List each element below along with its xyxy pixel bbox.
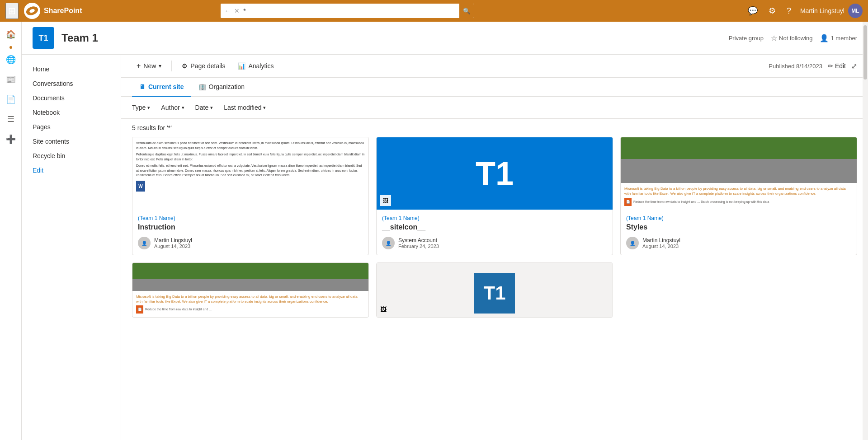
author-filter-button[interactable]: Author ▾ <box>161 102 184 113</box>
sidebar-home-label: Home <box>33 66 49 73</box>
sidebar-recycle-bin-label: Recycle bin <box>33 152 65 159</box>
image-icon-bottom: 🖼 <box>380 306 387 313</box>
sidebar-item-conversations[interactable]: Conversations <box>22 76 121 91</box>
active-indicator <box>9 46 12 49</box>
sidebar-site-contents-label: Site contents <box>33 138 69 145</box>
avatar-initials: ML <box>851 8 859 14</box>
cards-grid: Vestibulum ac diam sed metus porta hendr… <box>121 137 868 328</box>
sidebar-item-home[interactable]: Home <box>22 62 121 76</box>
author-sitelcon-name: System Account <box>398 237 439 243</box>
current-site-label: Current site <box>148 83 184 90</box>
last-modified-filter-button[interactable]: Last modified ▾ <box>224 102 266 113</box>
sidebar-pages-label: Pages <box>33 123 51 131</box>
card-bottom1-preview: Microsoft is taking Big Data to a billio… <box>132 263 368 317</box>
rail-globe-icon[interactable]: 🌐 <box>2 51 20 69</box>
search-input[interactable] <box>243 7 456 14</box>
filters-row: Type ▾ Author ▾ Date ▾ Last modified ▾ <box>121 97 868 119</box>
site-logo: T1 <box>33 27 54 49</box>
doc-line-2: Pellentesque dapibus eget felis ut maxim… <box>136 152 365 162</box>
rail-page-icon[interactable]: 📄 <box>2 90 20 108</box>
sidebar-item-edit[interactable]: Edit <box>22 163 121 178</box>
members-button[interactable]: 👤 1 member <box>820 34 857 42</box>
analytics-button[interactable]: 📊 Analytics <box>233 60 278 72</box>
app-launcher-button[interactable]: ⊞ <box>5 3 19 19</box>
back-icon[interactable]: ← <box>224 7 231 14</box>
sidebar-item-notebook[interactable]: Notebook <box>22 105 121 120</box>
tabs-bar: 🖥 Current site 🏢 Organization <box>121 78 868 97</box>
content-area: + New ▾ ⚙ Page details 📊 Analytics Pub <box>121 55 868 440</box>
nav-right-area: 💬 ⚙ ? Martin Lingstuyl ML <box>746 4 863 18</box>
rail-add-icon[interactable]: ➕ <box>2 130 20 148</box>
sidebar-documents-label: Documents <box>33 94 65 102</box>
card-sitelcon-body: (Team 1 Name) __siteIcon__ 👤 System Acco… <box>377 210 613 255</box>
card-instruction-title: Instruction <box>138 223 363 231</box>
logo-image <box>24 3 40 19</box>
card-instruction-body: (Team 1 Name) Instruction 👤 Martin Lings… <box>132 210 368 255</box>
card-styles[interactable]: Microsoft is taking Big Data to a billio… <box>620 137 857 255</box>
type-filter-button[interactable]: Type ▾ <box>132 102 150 113</box>
card-styles-body: (Team 1 Name) Styles 👤 Martin Lingstuyl … <box>621 210 857 255</box>
star-icon: ☆ <box>771 34 777 42</box>
search-box[interactable]: ← ✕ 🔍 <box>221 4 474 18</box>
word-icon: W <box>136 181 145 192</box>
chat-icon[interactable]: 💬 <box>746 4 760 18</box>
author-instruction-date: August 14, 2023 <box>154 243 192 249</box>
card-sitelcon[interactable]: T1 🖼 (Team 1 Name) __siteIcon__ 👤 System… <box>376 137 613 255</box>
card-styles-site-link[interactable]: (Team 1 Name) <box>626 215 851 221</box>
card-styles-author: 👤 Martin Lingstuyl August 14, 2023 <box>626 237 851 249</box>
sidebar-item-pages[interactable]: Pages <box>22 120 121 134</box>
user-name-label: Martin Lingstuyl <box>800 7 844 14</box>
sidebar-item-documents[interactable]: Documents <box>22 91 121 105</box>
image-icon: 🖼 <box>380 195 391 206</box>
card-instruction-site-link[interactable]: (Team 1 Name) <box>138 215 363 221</box>
following-button[interactable]: ☆ Not following <box>771 34 812 42</box>
person-icon: 👤 <box>820 34 829 42</box>
org-icon: 🏢 <box>198 83 206 90</box>
search-button[interactable]: 🔍 <box>459 4 474 18</box>
author-chevron-icon: ▾ <box>182 105 184 111</box>
author-styles-avatar: 👤 <box>626 237 639 249</box>
date-filter-button[interactable]: Date ▾ <box>195 102 213 113</box>
sidebar-conversations-label: Conversations <box>33 80 73 87</box>
sidebar-item-site-contents[interactable]: Site contents <box>22 134 121 149</box>
author-filter-label: Author <box>161 104 179 111</box>
tab-organization[interactable]: 🏢 Organization <box>191 78 252 97</box>
article-preview-text: Microsoft is taking Big Data to a billio… <box>621 183 857 210</box>
edit-button[interactable]: ✏ Edit <box>828 62 846 70</box>
author-instruction-avatar: 👤 <box>138 237 151 249</box>
site-header: T1 Team 1 Private group ☆ Not following … <box>22 22 868 55</box>
author-sitelcon-date: February 24, 2023 <box>398 243 439 249</box>
card-bottom-1[interactable]: Microsoft is taking Big Data to a billio… <box>132 262 369 318</box>
new-button[interactable]: + New ▾ <box>132 59 166 73</box>
t1-logo-text: T1 <box>476 155 514 192</box>
sidebar-notebook-label: Notebook <box>33 109 60 116</box>
settings-icon[interactable]: ⚙ <box>767 4 778 18</box>
author-styles-info: Martin Lingstuyl August 14, 2023 <box>642 237 680 249</box>
author-styles-date: August 14, 2023 <box>642 243 680 249</box>
card-instruction-author: 👤 Martin Lingstuyl August 14, 2023 <box>138 237 363 249</box>
t1-logo-bottom: T1 <box>483 282 505 304</box>
card-sitelcon-site-link[interactable]: (Team 1 Name) <box>382 215 607 221</box>
pencil-icon: ✏ <box>828 62 833 70</box>
rail-home-icon[interactable]: 🏠 <box>2 25 20 43</box>
image-preview: Microsoft is taking Big Data to a billio… <box>621 137 857 210</box>
card-instruction[interactable]: Vestibulum ac diam sed metus porta hendr… <box>132 137 369 255</box>
current-site-icon: 🖥 <box>139 83 146 90</box>
scrollbar[interactable] <box>863 22 868 440</box>
user-menu[interactable]: Martin Lingstuyl ML <box>800 4 863 18</box>
rail-list-icon[interactable]: ☰ <box>2 110 20 128</box>
rail-news-icon[interactable]: 📰 <box>2 70 20 89</box>
sidebar-item-recycle-bin[interactable]: Recycle bin <box>22 149 121 163</box>
doc-line-1: Vestibulum ac diam sed metus porta hendr… <box>136 141 365 150</box>
app-name-label: SharePoint <box>44 7 82 15</box>
close-icon[interactable]: ✕ <box>234 7 240 14</box>
card-bottom-2[interactable]: T1 🖼 <box>376 262 613 318</box>
top-navigation: ⊞ SharePoint ← ✕ 🔍 💬 ⚙ ? Martin Lingstuy… <box>0 0 868 22</box>
blue-preview: T1 🖼 <box>377 137 613 210</box>
expand-button[interactable]: ⤢ <box>851 62 857 70</box>
tab-current-site[interactable]: 🖥 Current site <box>132 78 191 97</box>
scrollbar-thumb[interactable] <box>863 25 867 80</box>
help-icon[interactable]: ? <box>785 5 793 18</box>
page-details-button[interactable]: ⚙ Page details <box>177 60 230 72</box>
author-instruction-name: Martin Lingstuyl <box>154 237 192 243</box>
